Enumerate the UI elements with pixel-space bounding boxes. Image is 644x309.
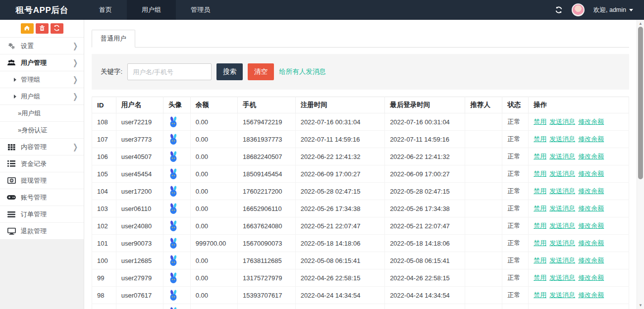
disable-link[interactable]: 禁用 [534, 135, 546, 143]
edit-balance-link[interactable]: 修改余额 [578, 291, 604, 299]
cell-actions: 禁用发送消息修改余额 [529, 269, 629, 287]
cell-username: user40507 [116, 148, 163, 165]
disable-link[interactable]: 禁用 [534, 153, 546, 160]
cell-phone: 15679472219 [238, 113, 296, 131]
send-message-link[interactable]: 发送消息 [549, 153, 575, 160]
user-avatar[interactable] [572, 3, 585, 16]
disable-link[interactable]: 禁用 [534, 170, 546, 177]
cell-phone: 18361937773 [238, 131, 296, 148]
cell-registered: 2022-05-21 22:07:47 [295, 217, 384, 235]
cell-registered: 2022-06-22 12:41:32 [295, 148, 384, 165]
nav-tab-admin[interactable]: 管理员 [176, 0, 225, 20]
sidebar-item-4[interactable]: »用户组 [0, 105, 84, 122]
sidebar-item-7[interactable]: 资金记录 [0, 155, 84, 172]
recycle-button[interactable] [51, 23, 63, 34]
sidebar-item-label: 内容管理 [21, 143, 47, 152]
header-username: 用户名 [116, 97, 163, 113]
disable-link[interactable]: 禁用 [534, 274, 546, 281]
cell-referrer [465, 200, 502, 217]
sidebar-item-1[interactable]: 用户管理❯ [0, 54, 84, 71]
nav-tab-home[interactable]: 首页 [84, 0, 127, 20]
send-message-link[interactable]: 发送消息 [549, 222, 575, 229]
cell-username [116, 304, 163, 309]
sidebar-item-5[interactable]: »身份认证 [0, 122, 84, 139]
cell-last_login: 2022-04-24 14:34:54 [385, 287, 465, 304]
send-message-link[interactable]: 发送消息 [549, 118, 575, 125]
edit-balance-link[interactable]: 修改余额 [578, 153, 604, 160]
send-message-link[interactable]: 发送消息 [549, 291, 575, 299]
scroll-up-icon[interactable]: ▲ [639, 21, 643, 26]
sidebar-item-8[interactable]: 0提现管理 [0, 172, 84, 189]
edit-balance-link[interactable]: 修改余额 [578, 170, 604, 177]
sidebar-item-3[interactable]: 用户组❯ [0, 88, 84, 105]
broadcast-all-link[interactable]: 给所有人发消息 [279, 67, 326, 76]
cell-status: 正常 [502, 165, 529, 183]
vertical-scrollbar[interactable]: ▲ ▼ [637, 20, 644, 309]
disable-link[interactable]: 禁用 [534, 187, 546, 195]
edit-balance-link[interactable]: 修改余额 [578, 239, 604, 247]
header-referrer: 推荐人 [465, 97, 502, 113]
cell-actions: 禁用发送消息修改余额 [529, 183, 629, 200]
trash-button[interactable] [36, 23, 49, 34]
cell-id: 101 [92, 235, 116, 252]
edit-balance-link[interactable]: 修改余额 [578, 257, 604, 264]
send-message-link[interactable]: 发送消息 [549, 135, 575, 143]
sidebar-item-2[interactable]: 管理组❯ [0, 71, 84, 88]
disable-link[interactable]: 禁用 [534, 205, 546, 212]
sidebar-item-11[interactable]: 退款管理 [0, 223, 84, 240]
rabbit-avatar-icon [168, 168, 185, 180]
cell-username: user12685 [116, 252, 163, 269]
sidebar-item-6[interactable]: 内容管理❯ [0, 139, 84, 155]
nav-tab-usergroup[interactable]: 用户组 [127, 0, 176, 20]
keyword-input[interactable] [127, 63, 212, 80]
send-message-link[interactable]: 发送消息 [549, 170, 575, 177]
welcome-text: 欢迎, admin [593, 6, 626, 14]
sidebar-item-label: »身份认证 [18, 126, 47, 135]
scrollbar-thumb[interactable] [638, 27, 643, 179]
sidebar-item-9[interactable]: 账号管理 [0, 189, 84, 206]
home-button[interactable] [21, 23, 34, 34]
disable-link[interactable]: 禁用 [534, 239, 546, 247]
content-tabs-row: 普通用户 [92, 30, 629, 48]
sidebar-item-10[interactable]: 订单管理 [0, 206, 84, 223]
edit-balance-link[interactable]: 修改余额 [578, 205, 604, 212]
cell-actions: 禁用发送消息修改余额 [529, 200, 629, 217]
send-message-link[interactable]: 发送消息 [549, 274, 575, 281]
cell-status: 正常 [502, 131, 529, 148]
table-row: 99user279790.00131757279792022-04-26 22:… [92, 269, 629, 287]
chevron-right-icon: ❯ [73, 58, 78, 67]
scroll-down-icon[interactable]: ▼ [639, 303, 643, 308]
send-message-link[interactable]: 发送消息 [549, 257, 575, 264]
disable-link[interactable]: 禁用 [534, 257, 546, 264]
cell-username: user07617 [116, 287, 163, 304]
table-row: 101user90073999700.00156700900732022-05-… [92, 235, 629, 252]
disable-link[interactable]: 禁用 [534, 291, 546, 299]
send-message-link[interactable]: 发送消息 [549, 239, 575, 247]
welcome-dropdown[interactable]: 欢迎, admin [593, 6, 633, 14]
cell-registered: 2022-05-18 14:18:06 [295, 235, 384, 252]
search-button[interactable]: 搜索 [216, 63, 243, 80]
cell-avatar [163, 165, 190, 183]
rabbit-avatar-icon [168, 255, 185, 266]
edit-balance-link[interactable]: 修改余额 [578, 118, 604, 125]
cell-avatar [163, 269, 190, 287]
cell-username: user90073 [116, 235, 163, 252]
disable-link[interactable]: 禁用 [534, 118, 546, 125]
edit-balance-link[interactable]: 修改余额 [578, 187, 604, 195]
edit-balance-link[interactable]: 修改余额 [578, 135, 604, 143]
clear-button[interactable]: 清空 [248, 63, 274, 80]
cell-username: user37773 [116, 131, 163, 148]
cell-last_login: 2022-06-22 12:41:32 [385, 148, 465, 165]
send-message-link[interactable]: 发送消息 [549, 187, 575, 195]
edit-balance-link[interactable]: 修改余额 [578, 274, 604, 281]
refresh-icon[interactable] [555, 6, 563, 14]
sidebar-item-0[interactable]: 设置❯ [0, 38, 84, 54]
sidebar-item-label: 资金记录 [21, 159, 47, 168]
cell-id: 105 [92, 165, 116, 183]
header-balance: 余额 [190, 97, 237, 113]
send-message-link[interactable]: 发送消息 [549, 205, 575, 212]
disable-link[interactable]: 禁用 [534, 222, 546, 229]
edit-balance-link[interactable]: 修改余额 [578, 222, 604, 229]
tab-normal-users[interactable]: 普通用户 [92, 30, 135, 48]
cell-actions: 禁用发送消息修改余额 [529, 252, 629, 269]
